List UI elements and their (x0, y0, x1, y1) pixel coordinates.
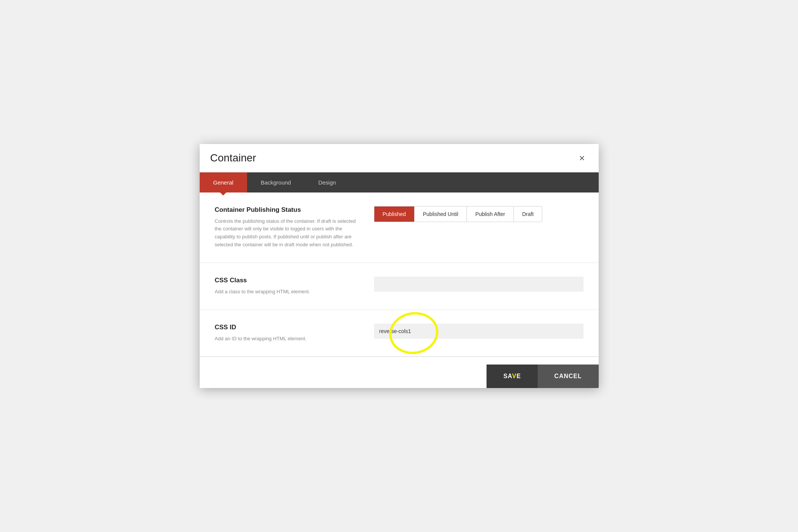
cancel-label: CANCEL (554, 373, 582, 379)
css-class-label-area: CSS Class Add a class to the wrapping HT… (215, 277, 359, 296)
publish-after-button[interactable]: Publish After (467, 207, 514, 222)
close-icon: × (579, 152, 585, 164)
modal-header: Container × (200, 144, 599, 172)
tab-general[interactable]: General (200, 172, 247, 192)
publishing-btn-group: Published Published Until Publish After … (374, 206, 543, 222)
css-id-title: CSS ID (215, 324, 359, 331)
css-class-input[interactable] (374, 277, 584, 292)
tab-design[interactable]: Design (305, 172, 350, 192)
published-until-button[interactable]: Published Until (415, 207, 467, 222)
publishing-description: Controls the publishing status of the co… (215, 217, 359, 249)
modal-container: Container × General Background Design Co… (200, 144, 599, 388)
tabs-bar: General Background Design (200, 172, 599, 192)
save-highlight: V (512, 373, 516, 379)
close-button[interactable]: × (576, 152, 588, 164)
tab-background[interactable]: Background (247, 172, 305, 192)
draft-button[interactable]: Draft (514, 207, 542, 222)
css-id-input[interactable] (374, 324, 584, 339)
publishing-label-area: Container Publishing Status Controls the… (215, 206, 359, 249)
css-id-wrapper (374, 324, 584, 339)
publishing-status-section: Container Publishing Status Controls the… (200, 192, 599, 263)
css-id-section: CSS ID Add an ID to the wrapping HTML el… (200, 310, 599, 357)
css-class-description: Add a class to the wrapping HTML element… (215, 288, 359, 296)
css-id-description: Add an ID to the wrapping HTML element. (215, 335, 359, 343)
css-id-label-area: CSS ID Add an ID to the wrapping HTML el… (215, 324, 359, 343)
modal-body: Container Publishing Status Controls the… (200, 192, 599, 357)
modal-footer: SAVE CANCEL (200, 357, 599, 388)
cancel-button[interactable]: CANCEL (538, 365, 599, 388)
modal-title: Container (210, 152, 256, 164)
css-class-title: CSS Class (215, 277, 359, 284)
save-button[interactable]: SAVE (487, 365, 537, 388)
save-label: SAVE (503, 373, 521, 379)
css-class-control (374, 277, 584, 292)
published-button[interactable]: Published (374, 207, 415, 222)
publishing-title: Container Publishing Status (215, 206, 359, 214)
publishing-control: Published Published Until Publish After … (374, 206, 584, 222)
css-class-section: CSS Class Add a class to the wrapping HT… (200, 263, 599, 310)
css-id-control (374, 324, 584, 339)
